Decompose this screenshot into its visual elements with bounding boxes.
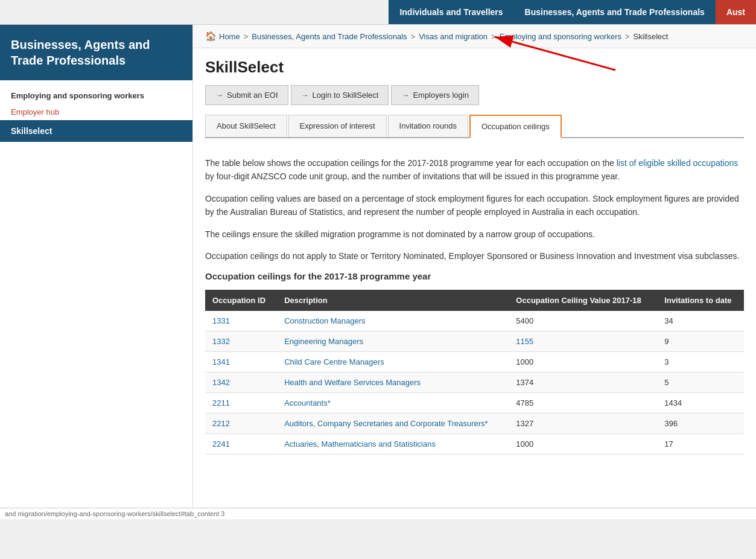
occupation-id-link[interactable]: 1331: [212, 316, 230, 325]
col-header-ceiling-value: Occupation Ceiling Value 2017-18: [509, 290, 657, 311]
table-row: 2241Actuaries, Mathematicians and Statis…: [205, 434, 744, 455]
ceiling-value-link[interactable]: 1155: [516, 337, 533, 346]
eligible-occupations-link[interactable]: list of eligible skilled occupations: [617, 158, 739, 168]
cell-ceiling-value: 5400: [509, 311, 657, 331]
cell-invitations: 17: [657, 434, 744, 455]
occupation-id-link[interactable]: 1342: [212, 378, 230, 387]
breadcrumb-home[interactable]: Home: [219, 32, 240, 41]
cell-description: Health and Welfare Services Managers: [277, 372, 509, 393]
page-title-area: SkillSelect → Submit an EOI → Login to S…: [193, 48, 756, 156]
para1: The table below shows the occupation cei…: [205, 156, 744, 184]
table-row: 2211Accountants*47851434: [205, 393, 744, 414]
tab-occupation-ceilings[interactable]: Occupation ceilings: [469, 115, 562, 138]
table-row: 1332Engineering Managers11559: [205, 331, 744, 352]
occupation-id-link[interactable]: 2212: [212, 419, 230, 428]
col-header-invitations: Invitations to date: [657, 290, 744, 311]
occupation-id-link[interactable]: 2241: [212, 439, 230, 449]
table-section-title: Occupation ceilings for the 2017-18 prog…: [205, 271, 744, 281]
cell-description: Engineering Managers: [277, 331, 509, 352]
cell-occupation-id: 2241: [205, 434, 277, 455]
cell-ceiling-value: 1374: [509, 372, 657, 393]
description-link[interactable]: Construction Managers: [284, 316, 365, 325]
aust-nav-btn[interactable]: Aust: [716, 0, 756, 24]
description-link[interactable]: Actuaries, Mathematicians and Statistici…: [284, 439, 436, 449]
action-buttons: → Submit an EOI → Login to SkillSelect →…: [205, 85, 744, 105]
status-bar-text: and migration/employing-and-sponsoring-w…: [5, 510, 224, 517]
cell-occupation-id: 1331: [205, 311, 277, 331]
employers-login-btn[interactable]: → Employers login: [391, 85, 479, 105]
submit-eoi-btn[interactable]: → Submit an EOI: [205, 85, 288, 105]
login-skillselect-btn[interactable]: → Login to SkillSelect: [291, 85, 389, 105]
cell-ceiling-value: 1327: [509, 414, 657, 434]
arrow-icon-3: →: [401, 91, 409, 100]
arrow-icon-2: →: [301, 91, 309, 100]
description-link[interactable]: Auditors, Company Secretaries and Corpor…: [284, 419, 488, 428]
cell-ceiling-value: 4785: [509, 393, 657, 414]
arrow-icon-1: →: [215, 91, 223, 100]
sidebar-item-skillselect[interactable]: Skillselect: [0, 120, 192, 142]
page-title: SkillSelect: [205, 58, 744, 77]
table-row: 2212Auditors, Company Secretaries and Co…: [205, 414, 744, 434]
cell-occupation-id: 1341: [205, 352, 277, 372]
cell-invitations: 1434: [657, 393, 744, 414]
description-link[interactable]: Health and Welfare Services Managers: [284, 378, 421, 387]
cell-ceiling-value: 1000: [509, 434, 657, 455]
tab-invitation-rounds[interactable]: Invitation rounds: [388, 115, 468, 137]
cell-invitations: 5: [657, 372, 744, 393]
employers-login-label: Employers login: [413, 91, 469, 100]
login-skillselect-label: Login to SkillSelect: [313, 91, 379, 100]
table-row: 1331Construction Managers540034: [205, 311, 744, 331]
breadcrumb-visas[interactable]: Visas and migration: [419, 32, 488, 41]
main-content: 🏠 Home > Businesses, Agents and Trade Pr…: [193, 25, 756, 508]
tabs-bar: About SkillSelect Expression of interest…: [205, 115, 744, 138]
cell-invitations: 3: [657, 352, 744, 372]
sidebar: Businesses, Agents andTrade Professional…: [0, 25, 193, 508]
cell-occupation-id: 1342: [205, 372, 277, 393]
sidebar-title: Businesses, Agents andTrade Professional…: [11, 38, 150, 67]
cell-description: Child Care Centre Managers: [277, 352, 509, 372]
content-body: The table below shows the occupation cei…: [193, 156, 756, 455]
breadcrumb-current: Skillselect: [634, 32, 669, 41]
cell-description: Accountants*: [277, 393, 509, 414]
breadcrumb-businesses[interactable]: Businesses, Agents and Trade Professiona…: [252, 32, 407, 41]
occupation-id-link[interactable]: 2211: [212, 398, 230, 407]
cell-occupation-id: 1332: [205, 331, 277, 352]
occupation-id-link[interactable]: 1332: [212, 337, 230, 346]
submit-eoi-label: Submit an EOI: [227, 91, 278, 100]
description-link[interactable]: Engineering Managers: [284, 337, 363, 346]
tab-about-skillselect[interactable]: About SkillSelect: [205, 115, 287, 137]
individuals-nav-btn[interactable]: Individuals and Travellers: [389, 0, 513, 24]
breadcrumb: 🏠 Home > Businesses, Agents and Trade Pr…: [193, 25, 756, 48]
para2: Occupation ceiling values are based on a…: [205, 192, 744, 219]
cell-description: Construction Managers: [277, 311, 509, 331]
para3: The ceilings ensure the skilled migratio…: [205, 228, 744, 241]
table-header-row: Occupation ID Description Occupation Cei…: [205, 290, 744, 311]
home-icon: 🏠: [205, 31, 217, 42]
cell-description: Actuaries, Mathematicians and Statistici…: [277, 434, 509, 455]
sidebar-header: Businesses, Agents andTrade Professional…: [0, 25, 192, 80]
status-bar: and migration/employing-and-sponsoring-w…: [0, 508, 756, 519]
cell-occupation-id: 2211: [205, 393, 277, 414]
cell-invitations: 34: [657, 311, 744, 331]
cell-invitations: 396: [657, 414, 744, 434]
top-navigation: Individuals and Travellers Businesses, A…: [0, 0, 756, 25]
col-header-occupation-id: Occupation ID: [205, 290, 277, 311]
col-header-description: Description: [277, 290, 509, 311]
sidebar-section-label: Employing and sponsoring workers: [0, 80, 192, 104]
description-link[interactable]: Child Care Centre Managers: [284, 357, 384, 366]
sidebar-item-employer-hub[interactable]: Employer hub: [0, 104, 192, 120]
para4: Occupation ceilings do not apply to Stat…: [205, 249, 744, 263]
occupation-table: Occupation ID Description Occupation Cei…: [205, 290, 744, 455]
businesses-nav-btn[interactable]: Businesses, Agents and Trade Professiona…: [514, 0, 716, 24]
occupation-id-link[interactable]: 1341: [212, 357, 230, 366]
cell-ceiling-value: 1000: [509, 352, 657, 372]
cell-occupation-id: 2212: [205, 414, 277, 434]
description-link[interactable]: Accountants*: [284, 398, 331, 407]
breadcrumb-employing[interactable]: Employing and sponsoring workers: [500, 32, 621, 41]
table-row: 1341Child Care Centre Managers10003: [205, 352, 744, 372]
cell-ceiling-value: 1155: [509, 331, 657, 352]
page-top-area: 🏠 Home > Businesses, Agents and Trade Pr…: [193, 25, 756, 48]
cell-description: Auditors, Company Secretaries and Corpor…: [277, 414, 509, 434]
page-layout: Businesses, Agents andTrade Professional…: [0, 25, 756, 508]
tab-expression-of-interest[interactable]: Expression of interest: [288, 115, 387, 137]
